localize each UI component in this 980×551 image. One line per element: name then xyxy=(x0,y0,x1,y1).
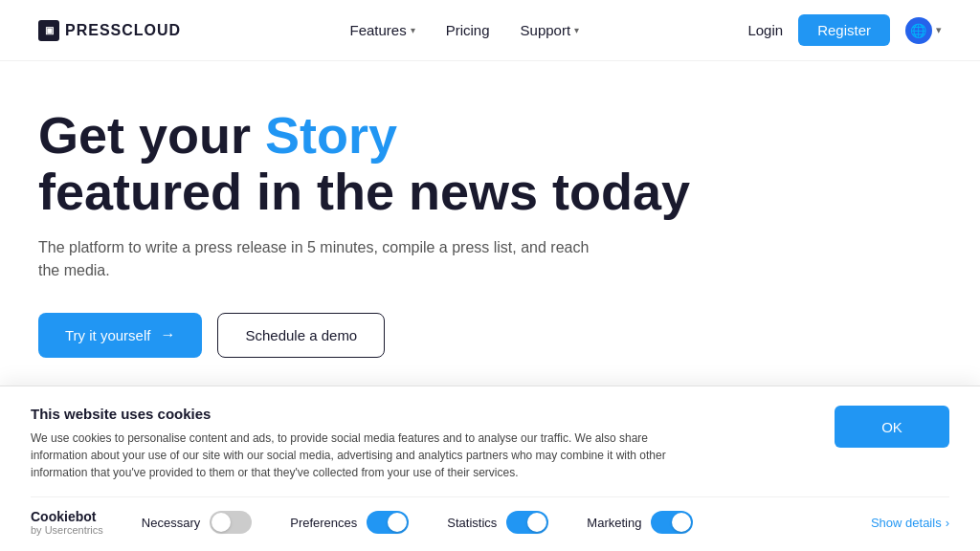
cookie-preferences: Preferences xyxy=(290,511,409,534)
chevron-down-icon: ▾ xyxy=(574,25,579,35)
logo-text: PRESSCLOUD xyxy=(65,22,181,39)
chevron-down-icon: ▾ xyxy=(411,25,415,35)
cookie-necessary: Necessary xyxy=(142,511,252,534)
hero-section: Get your Story featured in the news toda… xyxy=(0,61,980,388)
nav-support[interactable]: Support ▾ xyxy=(521,22,580,38)
preferences-toggle[interactable] xyxy=(367,511,409,534)
chevron-right-icon: › xyxy=(946,516,949,530)
nav-features[interactable]: Features ▾ xyxy=(349,22,414,38)
cookie-statistics: Statistics xyxy=(447,511,548,534)
statistics-toggle[interactable] xyxy=(506,511,548,534)
cookie-description: We use cookies to personalise content an… xyxy=(31,430,681,481)
cookiebot-brand: Cookiebot xyxy=(31,509,96,524)
language-selector[interactable]: 🌐 ▾ xyxy=(905,17,942,44)
logo[interactable]: ▣ PRESSCLOUD xyxy=(38,20,181,41)
marketing-toggle[interactable] xyxy=(651,511,693,534)
show-details-link[interactable]: Show details › xyxy=(871,516,949,530)
login-button[interactable]: Login xyxy=(747,22,783,38)
cookie-marketing: Marketing xyxy=(587,511,693,534)
globe-icon: 🌐 xyxy=(905,17,932,44)
cookie-ok-button[interactable]: OK xyxy=(835,406,949,448)
navbar-actions: Login Register 🌐 ▾ xyxy=(747,14,942,46)
hero-title: Get your Story featured in the news toda… xyxy=(38,107,804,221)
demo-button[interactable]: Schedule a demo xyxy=(217,313,385,358)
nav-links: Features ▾ Pricing Support ▾ xyxy=(349,22,579,38)
try-it-button[interactable]: Try it yourself → xyxy=(38,313,202,358)
hero-subtitle: The platform to write a press release in… xyxy=(38,236,612,282)
register-button[interactable]: Register xyxy=(798,14,890,46)
cookiebot-logo: Cookiebot by Usercentrics xyxy=(31,509,103,536)
chevron-down-icon: ▾ xyxy=(936,24,942,36)
necessary-toggle[interactable] xyxy=(210,511,252,534)
hero-buttons: Try it yourself → Schedule a demo xyxy=(38,313,942,358)
cookiebot-sub: by Usercentrics xyxy=(31,524,103,536)
navbar: ▣ PRESSCLOUD Features ▾ Pricing Support … xyxy=(0,0,980,61)
nav-pricing[interactable]: Pricing xyxy=(446,22,490,38)
logo-icon: ▣ xyxy=(38,20,59,41)
cookie-banner: This website uses cookies We use cookies… xyxy=(0,386,980,551)
cookie-title: This website uses cookies xyxy=(31,406,804,422)
arrow-icon: → xyxy=(160,326,175,343)
